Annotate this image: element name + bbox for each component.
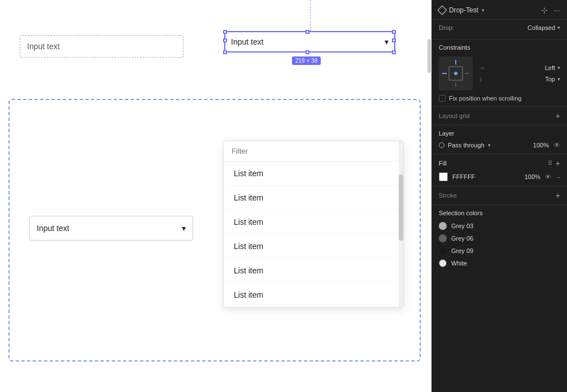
top-plain-input-text: Input text <box>27 42 60 51</box>
blend-mode-value[interactable]: Pass through <box>448 142 485 149</box>
title-arrow: ▾ <box>482 7 485 13</box>
diamond-icon <box>438 6 447 15</box>
top-plain-input[interactable]: Input text <box>20 35 184 58</box>
sel-color-dot-3[interactable] <box>439 259 447 267</box>
handle-tl <box>223 30 227 34</box>
constraints-title: Constraints <box>439 44 560 51</box>
list-item[interactable]: List item <box>224 234 403 259</box>
fill-section: Fill ⠿ + FFFFFF 100% 👁 – <box>432 154 567 186</box>
stroke-title: Stroke <box>439 192 457 199</box>
fill-opacity-value[interactable]: 100% <box>520 173 540 180</box>
fill-hex-value[interactable]: FFFFFF <box>452 173 516 180</box>
remove-fill-button[interactable]: – <box>557 173 560 180</box>
stroke-header: Stroke + <box>439 191 560 200</box>
blend-mode-arrow: ▾ <box>488 142 491 148</box>
handle-mr <box>392 38 396 42</box>
blend-mode-icon <box>439 142 444 148</box>
panel-title-area: Drop-Test ▾ <box>439 6 485 14</box>
canvas: Input text Input text 219 × 38 Input tex… <box>0 0 431 392</box>
drop-label: Drop: <box>439 24 454 31</box>
size-label: 219 × 38 <box>292 56 321 65</box>
panel-header-actions: ⊹ ··· <box>541 6 560 15</box>
top-selected-text: Input text <box>231 37 264 46</box>
visibility-icon[interactable]: 👁 <box>553 141 560 149</box>
left-dropdown[interactable]: Input text <box>29 216 193 241</box>
fix-position-row[interactable]: Fix position when scrolling <box>439 95 560 102</box>
constraint-v-icon: ↕ <box>479 76 483 82</box>
guide-line <box>310 0 311 31</box>
stroke-section: Stroke + <box>432 186 567 205</box>
list-item[interactable]: List item <box>224 186 403 210</box>
constraint-left-value[interactable]: Left ▾ <box>545 64 560 71</box>
dropdown-scrollbar[interactable] <box>399 141 403 307</box>
sel-color-dot-1[interactable] <box>439 234 447 242</box>
panel-header: Drop-Test ▾ ⊹ ··· <box>432 0 567 20</box>
move-icon[interactable]: ⊹ <box>541 6 548 15</box>
sel-color-label-1: Grey 06 <box>451 235 473 242</box>
canvas-scrollbar-thumb <box>428 39 431 73</box>
fill-visibility-icon[interactable]: 👁 <box>545 173 551 180</box>
layout-grid-section: Layout grid + <box>432 107 567 125</box>
component-title: Drop-Test <box>449 6 478 14</box>
list-item[interactable]: List item <box>224 283 403 307</box>
add-layout-grid-button[interactable]: + <box>556 111 560 120</box>
fill-grid-icon: ⠿ <box>548 160 552 167</box>
arrow-top <box>455 60 456 64</box>
handle-br <box>392 50 396 54</box>
dropdown-open-panel: List item List item List item List item … <box>223 141 404 308</box>
constraint-top-value[interactable]: Top ▾ <box>545 76 560 82</box>
drop-arrow: ▾ <box>557 25 560 31</box>
right-panel: Drop-Test ▾ ⊹ ··· Drop: Collapsed ▾ Cons… <box>431 0 567 392</box>
sel-color-row-2: Grey 09 <box>439 247 560 255</box>
constraints-visual[interactable] <box>439 56 473 90</box>
constraint-h-icon: ↔ <box>479 64 486 71</box>
drop-value[interactable]: Collapsed ▾ <box>527 24 560 31</box>
layer-title: Layer <box>439 130 560 137</box>
sel-color-row-0: Grey 03 <box>439 222 560 230</box>
sel-color-dot-2[interactable] <box>439 247 447 255</box>
sel-color-label-3: White <box>451 260 467 267</box>
filter-input[interactable] <box>232 147 395 155</box>
selection-colors-title: Selection colors <box>439 210 560 216</box>
filter-row[interactable] <box>224 141 403 162</box>
top-selected-dropdown[interactable]: Input text <box>224 31 395 53</box>
fix-position-checkbox[interactable] <box>439 95 446 102</box>
layer-right: 100% 👁 <box>533 141 560 149</box>
layer-row: Pass through ▾ 100% 👁 <box>439 141 560 149</box>
center-dot <box>454 72 457 75</box>
sel-color-label-0: Grey 03 <box>451 223 473 229</box>
handle-bl <box>223 50 227 54</box>
fill-color-swatch[interactable] <box>439 172 448 181</box>
layer-section: Layer Pass through ▾ 100% 👁 <box>432 125 567 154</box>
arrow-right <box>465 73 469 74</box>
add-fill-button[interactable]: + <box>556 159 560 168</box>
handle-ml <box>223 38 227 42</box>
list-item[interactable]: List item <box>224 210 403 234</box>
sel-color-label-2: Grey 09 <box>451 247 473 254</box>
fill-header: Fill ⠿ + <box>439 159 560 168</box>
handle-tr <box>392 30 396 34</box>
sel-color-row-3: White <box>439 259 560 267</box>
left-dropdown-text: Input text <box>37 224 69 233</box>
add-stroke-button[interactable]: + <box>556 191 560 200</box>
sel-color-dot-0[interactable] <box>439 222 447 230</box>
drop-row: Drop: Collapsed ▾ <box>439 24 560 31</box>
arrow-left <box>442 73 447 74</box>
sel-color-row-1: Grey 06 <box>439 234 560 242</box>
constraints-section: Constraints ↔ Left ▾ <box>432 40 567 107</box>
fix-position-label: Fix position when scrolling <box>449 95 521 102</box>
opacity-value[interactable]: 100% <box>533 142 549 149</box>
more-options-icon[interactable]: ··· <box>553 6 560 15</box>
canvas-scrollbar[interactable] <box>427 0 431 392</box>
layout-grid-header: Layout grid + <box>439 111 560 120</box>
handle-bm <box>306 50 309 54</box>
layout-grid-title: Layout grid <box>439 112 469 119</box>
drop-section: Drop: Collapsed ▾ <box>432 20 567 40</box>
constraint-top-arrow: ▾ <box>557 76 560 82</box>
list-item[interactable]: List item <box>224 259 403 283</box>
constraints-options: ↔ Left ▾ ↕ Top ▾ <box>479 64 560 82</box>
constraints-layout: ↔ Left ▾ ↕ Top ▾ <box>439 56 560 90</box>
list-item[interactable]: List item <box>224 162 403 186</box>
constraint-inner-box <box>448 66 463 81</box>
handle-tm <box>306 30 309 34</box>
